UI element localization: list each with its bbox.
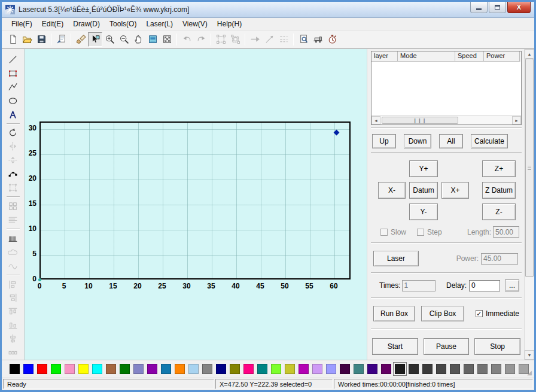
menu-draw[interactable]: Draw(D) (68, 19, 105, 29)
layer-table-column-layer[interactable]: layer (371, 51, 398, 62)
pause-button[interactable]: Pause (424, 338, 470, 355)
color-swatch[interactable] (243, 364, 254, 374)
delay-field[interactable] (469, 280, 500, 291)
color-swatch[interactable] (257, 364, 267, 374)
text-icon[interactable] (5, 108, 21, 121)
color-swatch[interactable] (133, 364, 144, 374)
delay-more-button[interactable]: ... (505, 279, 519, 291)
color-swatch[interactable] (395, 364, 405, 374)
datum-button[interactable]: Datum (409, 182, 438, 199)
color-swatch[interactable] (409, 364, 419, 374)
color-swatch[interactable] (216, 364, 226, 374)
z-minus-button[interactable]: Z- (482, 203, 516, 220)
hscroll-thumb[interactable]: ❙❙❙ (382, 117, 458, 124)
color-swatch[interactable] (65, 364, 75, 374)
color-swatch[interactable] (340, 364, 350, 374)
calculate-button[interactable]: Calculate (471, 134, 508, 148)
color-swatch[interactable] (326, 364, 336, 374)
color-swatch[interactable] (51, 364, 61, 374)
preview-icon[interactable] (296, 32, 310, 47)
laser-button[interactable]: Laser (373, 251, 419, 266)
color-swatch[interactable] (367, 364, 377, 374)
scroll-down-icon[interactable]: ▼ (525, 350, 534, 360)
color-swatch[interactable] (78, 364, 89, 374)
color-swatch[interactable] (299, 364, 309, 374)
all-button[interactable]: All (439, 134, 463, 148)
color-swatch[interactable] (230, 364, 240, 374)
z-plus-button[interactable]: Z+ (482, 160, 516, 177)
zoom-out-icon[interactable] (117, 32, 131, 47)
zoom-in-icon[interactable] (102, 32, 117, 47)
select-icon[interactable] (88, 32, 102, 47)
layer-table-column-mode[interactable]: Mode (398, 51, 455, 62)
scroll-up-icon[interactable]: ▲ (525, 49, 534, 59)
layer-table-hscrollbar[interactable]: ◄ ❙❙❙ ► (371, 116, 521, 124)
menu-laser[interactable]: Laser(L) (141, 19, 178, 29)
color-swatch[interactable] (312, 364, 322, 374)
minimize-button[interactable] (470, 2, 488, 13)
pan-hand-icon[interactable] (131, 32, 145, 47)
color-swatch[interactable] (92, 364, 102, 374)
close-button[interactable]: X (507, 2, 531, 13)
start-button[interactable]: Start (372, 338, 418, 355)
menu-tools[interactable]: Tools(O) (105, 19, 141, 29)
clip-box-button[interactable]: Clip Box (421, 306, 464, 321)
color-swatch[interactable] (106, 364, 116, 374)
y-plus-button[interactable]: Y+ (409, 160, 438, 177)
scroll-right-icon[interactable]: ► (512, 116, 521, 124)
color-swatch[interactable] (37, 364, 47, 374)
color-swatch[interactable] (147, 364, 157, 374)
node-edit-icon[interactable] (5, 168, 21, 180)
up-button[interactable]: Up (372, 134, 396, 148)
eraser-icon[interactable] (74, 32, 88, 47)
color-swatch[interactable] (505, 364, 515, 374)
save-file-icon[interactable] (34, 32, 48, 47)
menu-file[interactable]: File(F) (7, 19, 37, 29)
hscroll-track[interactable]: ❙❙❙ (380, 116, 512, 124)
color-swatch[interactable] (477, 364, 488, 374)
estimate-time-icon[interactable] (325, 32, 339, 47)
menu-view[interactable]: View(V) (178, 19, 212, 29)
polyline-icon[interactable] (5, 81, 21, 93)
resize-grip-icon[interactable]: ◢ (527, 369, 532, 376)
zoom-extents-icon[interactable] (160, 32, 174, 47)
simulate-icon[interactable] (310, 32, 325, 47)
rotate-icon[interactable] (5, 127, 21, 139)
down-button[interactable]: Down (404, 134, 431, 148)
y-minus-button[interactable]: Y- (409, 203, 438, 220)
menu-help[interactable]: Help(H) (212, 19, 246, 29)
color-swatch[interactable] (120, 364, 130, 374)
color-swatch[interactable] (422, 364, 433, 374)
layer-table-column-speed[interactable]: Speed (455, 51, 484, 62)
panel-vscrollbar[interactable]: ▲ ▼ (524, 49, 534, 360)
line-icon[interactable] (5, 53, 21, 66)
layer-table-column-power[interactable]: Power (484, 51, 520, 62)
vscroll-thumb[interactable] (525, 59, 534, 277)
stop-button[interactable]: Stop (474, 338, 520, 355)
color-swatch[interactable] (491, 364, 501, 374)
ellipse-icon[interactable] (5, 95, 21, 107)
hatch-icon[interactable] (5, 232, 21, 245)
x-plus-button[interactable]: X+ (441, 182, 469, 199)
color-swatch[interactable] (271, 364, 281, 374)
color-swatch[interactable] (381, 364, 391, 374)
refresh-view-icon[interactable] (145, 32, 160, 47)
immediate-checkbox[interactable]: ✓ (476, 310, 483, 317)
open-file-icon[interactable] (20, 32, 34, 47)
new-file-icon[interactable] (5, 32, 20, 47)
restore-button[interactable] (489, 2, 506, 13)
z-datum-button[interactable]: Z Datum (482, 182, 516, 199)
rectangle-icon[interactable] (5, 67, 21, 80)
color-swatch[interactable] (450, 364, 460, 374)
color-swatch[interactable] (161, 364, 171, 374)
x-minus-button[interactable]: X- (378, 182, 406, 199)
color-swatch[interactable] (175, 364, 185, 374)
run-box-button[interactable]: Run Box (373, 306, 415, 321)
color-swatch[interactable] (188, 364, 199, 374)
color-swatch[interactable] (10, 364, 20, 374)
color-swatch[interactable] (285, 364, 295, 374)
scroll-left-icon[interactable]: ◄ (371, 116, 380, 124)
color-swatch[interactable] (23, 364, 34, 374)
color-swatch[interactable] (464, 364, 474, 374)
menu-edit[interactable]: Edit(E) (37, 19, 69, 29)
